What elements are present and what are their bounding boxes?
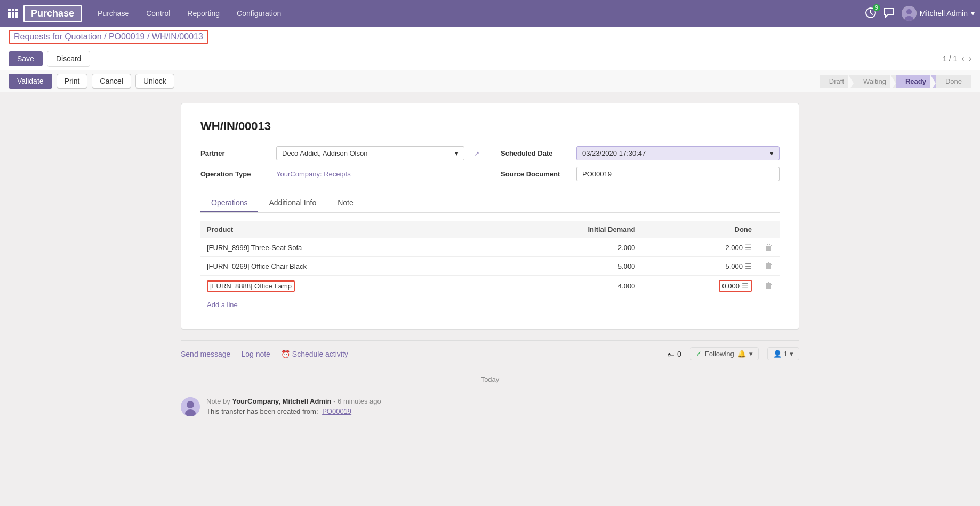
action-bar: Save Discard 1 / 1 ‹ ›: [0, 47, 980, 70]
operations-table: Product Initial Demand Done [FURN_8999] …: [200, 221, 780, 296]
schedule-activity-button[interactable]: ⏰ Schedule activity: [281, 350, 348, 358]
top-menu: Purchase Control Reporting Configuration: [94, 7, 865, 20]
message-time: 6 minutes ago: [338, 397, 381, 405]
partner-label: Partner: [200, 149, 270, 157]
following-button[interactable]: ✓ Following 🔔 ▾: [690, 347, 759, 360]
save-button[interactable]: Save: [9, 51, 43, 66]
chat-icon[interactable]: [883, 7, 894, 20]
tab-operations[interactable]: Operations: [200, 194, 258, 212]
delete-icon[interactable]: 🗑: [765, 261, 773, 270]
svg-point-11: [906, 9, 912, 14]
col-initial-demand: Initial Demand: [488, 221, 641, 238]
detail-icon-highlighted[interactable]: ☰: [742, 282, 749, 290]
scheduled-date-label: Scheduled Date: [501, 149, 570, 157]
cancel-button[interactable]: Cancel: [92, 74, 131, 89]
partner-field-row: Partner Deco Addict, Addison Olson ▾ ↗: [200, 146, 479, 160]
tab-note[interactable]: Note: [327, 194, 364, 212]
user-name: Mitchell Admin: [920, 9, 968, 18]
form-title: WH/IN/00013: [200, 119, 780, 133]
chatter-right: 🏷 0 ✓ Following 🔔 ▾ 👤 1 ▾: [668, 347, 799, 360]
detail-icon[interactable]: ☰: [745, 262, 752, 270]
delete-cell: 🗑: [758, 238, 780, 257]
action-bar-left: Save Discard: [9, 51, 90, 67]
message-author: YourCompany, Mitchell Admin: [232, 397, 331, 405]
col-done: Done: [641, 221, 758, 238]
operation-type-value[interactable]: YourCompany: Receipts: [276, 170, 351, 178]
menu-purchase[interactable]: Purchase: [94, 7, 132, 20]
product-cell-highlighted: [FURN_8888] Office Lamp: [200, 276, 488, 296]
badge-count: 9: [873, 4, 880, 11]
message-header: Note by YourCompany, Mitchell Admin - 6 …: [206, 397, 799, 405]
table-row: [FURN_8888] Office Lamp 4.000 0.000 ☰ 🗑: [200, 276, 780, 296]
svg-rect-0: [8, 9, 11, 11]
product-cell: [FURN_8999] Three-Seat Sofa: [200, 238, 488, 257]
source-document-value[interactable]: PO00019: [576, 167, 780, 181]
tabs: Operations Additional Info Note: [200, 194, 780, 213]
chatter-section: Send message Log note ⏰ Schedule activit…: [181, 340, 799, 422]
bell-icon: 🔔: [737, 350, 746, 358]
send-message-button[interactable]: Send message: [181, 350, 230, 358]
form-fields: Partner Deco Addict, Addison Olson ▾ ↗ S…: [200, 146, 780, 181]
message-avatar: [181, 397, 200, 416]
operation-type-label: Operation Type: [200, 170, 270, 178]
partner-value[interactable]: Deco Addict, Addison Olson ▾: [276, 146, 464, 160]
svg-rect-7: [12, 15, 14, 18]
svg-rect-6: [8, 15, 11, 18]
message-link[interactable]: PO00019: [322, 407, 351, 415]
delete-icon[interactable]: 🗑: [765, 243, 773, 252]
activity-icon[interactable]: 9: [865, 7, 876, 20]
product-cell: [FURN_0269] Office Chair Black: [200, 257, 488, 276]
main-content: WH/IN/00013 Partner Deco Addict, Addison…: [0, 92, 980, 432]
grid-icon[interactable]: [5, 6, 20, 21]
breadcrumb: Requests for Quotation / PO00019 / WH/IN…: [0, 27, 980, 47]
prev-page-arrow[interactable]: ‹: [961, 54, 964, 63]
chevron-down-icon: ▾: [790, 350, 793, 358]
svg-rect-4: [12, 12, 14, 15]
scheduled-date-field-row: Scheduled Date 03/23/2020 17:30:47 ▾: [501, 146, 780, 160]
delete-cell: 🗑: [758, 257, 780, 276]
done-cell: 2.000 ☰: [641, 238, 758, 257]
scheduled-date-value[interactable]: 03/23/2020 17:30:47 ▾: [576, 146, 780, 160]
tags-count: 🏷 0: [668, 350, 681, 358]
chatter-actions: Send message Log note ⏰ Schedule activit…: [181, 340, 799, 367]
initial-demand-cell: 5.000: [488, 257, 641, 276]
print-button[interactable]: Print: [57, 74, 88, 89]
app-title[interactable]: Purchase: [23, 5, 82, 22]
source-document-label: Source Document: [501, 170, 570, 178]
delete-cell: 🗑: [758, 276, 780, 296]
table-row: [FURN_8999] Three-Seat Sofa 2.000 2.000 …: [200, 238, 780, 257]
detail-icon[interactable]: ☰: [745, 243, 752, 252]
add-line-button[interactable]: Add a line: [200, 296, 244, 313]
clock-icon: ⏰: [281, 350, 290, 358]
next-page-arrow[interactable]: ›: [969, 54, 971, 63]
status-pipeline: Draft Waiting Ready Done: [820, 75, 971, 88]
status-waiting: Waiting: [854, 75, 896, 88]
svg-rect-1: [12, 9, 14, 11]
user-menu[interactable]: Mitchell Admin ▾: [902, 6, 975, 21]
menu-control[interactable]: Control: [143, 7, 173, 20]
discard-button[interactable]: Discard: [47, 51, 90, 67]
operation-type-field-row: Operation Type YourCompany: Receipts: [200, 167, 479, 181]
menu-configuration[interactable]: Configuration: [234, 7, 284, 20]
status-bar: Validate Print Cancel Unlock Draft Waiti…: [0, 70, 980, 92]
followers-button[interactable]: 👤 1 ▾: [767, 347, 799, 360]
delete-icon[interactable]: 🗑: [765, 281, 773, 290]
unlock-button[interactable]: Unlock: [135, 74, 174, 89]
breadcrumb-text[interactable]: Requests for Quotation / PO00019 / WH/IN…: [9, 30, 208, 44]
svg-rect-2: [15, 9, 18, 11]
message-content: Note by YourCompany, Mitchell Admin - 6 …: [206, 397, 799, 416]
tab-additional-info[interactable]: Additional Info: [258, 194, 327, 212]
status-done: Done: [936, 75, 971, 88]
menu-reporting[interactable]: Reporting: [184, 7, 223, 20]
done-cell-highlighted: 0.000 ☰: [641, 276, 758, 296]
person-icon: 👤: [773, 350, 782, 358]
partner-external-link-icon[interactable]: ↗: [474, 150, 479, 157]
validate-button[interactable]: Validate: [9, 74, 52, 89]
pagination: 1 / 1 ‹ ›: [943, 54, 971, 63]
initial-demand-cell: 4.000: [488, 276, 641, 296]
svg-rect-3: [8, 12, 11, 15]
check-icon: ✓: [696, 350, 702, 358]
top-navigation: Purchase Purchase Control Reporting Conf…: [0, 0, 980, 27]
today-divider: Today: [181, 375, 799, 383]
log-note-button[interactable]: Log note: [241, 350, 270, 358]
